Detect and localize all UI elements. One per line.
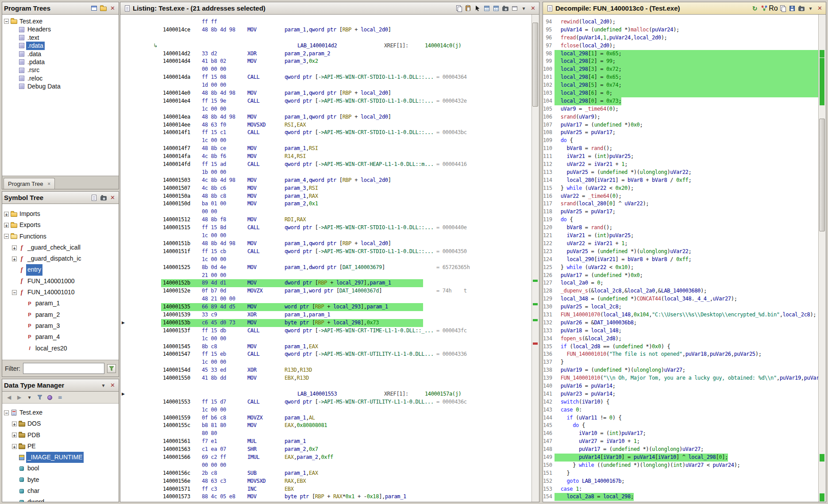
tree-item-text[interactable]: .text — [2, 34, 119, 42]
listing-row[interactable]: 14000155cb8 81 80MOVEAX,0x80808081 — [120, 422, 531, 430]
decompile-line[interactable]: 150 } while ((undefined *)(longlong)(int… — [543, 462, 818, 469]
snapshot-table-icon[interactable] — [482, 4, 491, 12]
expand-toggle-icon[interactable]: + — [12, 245, 17, 250]
listing-row[interactable]: 1c 00 00 — [120, 256, 531, 264]
decompile-line[interactable]: 147 uVar27 = iVar10 + 1; — [543, 438, 818, 446]
tree-item-guard-dispatch-ic[interactable]: +f_guard_dispatch_ic — [2, 253, 119, 264]
tree-item-bool[interactable]: bool — [2, 463, 119, 474]
funnel-icon[interactable] — [35, 393, 44, 402]
decompile-line[interactable]: 109 do { — [543, 137, 818, 145]
purple-dot-icon[interactable] — [46, 393, 54, 402]
decompile-line[interactable]: 115 } while (uVar22 < 0x20); — [543, 185, 818, 192]
tree-item-reloc[interactable]: .reloc — [2, 74, 119, 82]
tree-item-entry[interactable]: fentry — [2, 264, 119, 275]
listing-row[interactable]: LAB_140001553XREF[1]:14000157a(j) — [120, 390, 531, 398]
close-icon[interactable]: ✕ — [108, 381, 117, 389]
listing-row[interactable]: 1d 00 00 — [120, 81, 531, 89]
decompile-line[interactable]: 108 puVar25 = puVar17; — [543, 129, 818, 137]
listing-row[interactable]: 140001553ff 15 d7CALLqword ptr [->API-MS… — [120, 398, 531, 406]
listing-scrollbar[interactable] — [531, 15, 539, 502]
decompile-line[interactable]: 107 puVar17 = (undefined *)0x0; — [543, 121, 818, 129]
decompile-line[interactable]: 113 puVar25 = (undefined *)(ulonglong)uV… — [543, 169, 818, 177]
arrow-left-icon[interactable]: ◀ — [5, 393, 13, 402]
listing-row[interactable]: 00 00 — [120, 208, 531, 216]
decompile-line[interactable]: 124 local_290[iVar21] = bVar8 + bVar8 / … — [543, 256, 818, 264]
decompile-line[interactable]: 144 if (uVar11 != 0) { — [543, 414, 818, 422]
decompile-line[interactable]: 101 local_298[4] = 0x65; — [543, 73, 818, 81]
decompile-line[interactable]: 104 local_298[0] = 0x73; — [543, 97, 818, 105]
decompile-line[interactable]: 118 puVar25 = puVar17; — [543, 208, 818, 216]
tree-item-pe[interactable]: +PE — [2, 441, 119, 452]
listing-row[interactable]: 14000153566 89 4d d5MOVword ptr [RBP + l… — [120, 303, 531, 311]
camera-icon[interactable] — [501, 4, 509, 12]
listing-row[interactable]: 1400014e048 8b 4d 98MOVparam_1,qword ptr… — [120, 89, 531, 97]
decompile-line[interactable]: 111 iVar21 = (int)puVar25; — [543, 153, 818, 161]
decompile-line[interactable]: 134 fopen_s(&local_2d8); — [543, 335, 818, 343]
listing-row[interactable]: 14000151b48 8b 4d 98MOVparam_1,qword ptr… — [120, 240, 531, 248]
decompile-scrollbar[interactable] — [818, 15, 826, 502]
arrow-right-icon[interactable]: ▶ — [15, 393, 23, 402]
listing-row[interactable]: 80 80 — [120, 430, 531, 438]
tree-item-functions[interactable]: −Functions — [2, 231, 119, 242]
decompile-line[interactable]: 119 do { — [543, 216, 818, 224]
listing-row[interactable]: 14000152b89 4d d1MOVdword ptr [RBP + loc… — [120, 279, 531, 287]
listing-row[interactable]: 1400014e4ff 15 9eCALLqword ptr [->API-MS… — [120, 97, 531, 105]
decompile-line[interactable]: 132 puVar26 = &DAT_1400036b8; — [543, 319, 818, 327]
listing-row[interactable]: 1400014ea48 8b 4d 98MOVparam_1,qword ptr… — [120, 113, 531, 121]
listing-row[interactable]: LAB_1400014d2XREF[1]:1400014c0(j) — [120, 42, 531, 50]
listing-row[interactable]: 140001515ff 15 8dCALLqword ptr [->API-MS… — [120, 224, 531, 232]
tree-item-pdb[interactable]: +PDB — [2, 430, 119, 441]
tree-item-param-1[interactable]: Pparam_1 — [2, 298, 119, 309]
decompile-line[interactable]: 146 iVar10 = (int)puVar17; — [543, 430, 818, 438]
graph-icon[interactable] — [760, 4, 768, 12]
tree-item-data[interactable]: .data — [2, 50, 119, 58]
tree-item-headers[interactable]: Headers — [2, 25, 119, 33]
decompile-line[interactable]: 120 bVar8 = rand(); — [543, 224, 818, 232]
listing-row[interactable]: 1c 00 00 — [120, 137, 531, 145]
decompile-line[interactable]: 139 FUN_140001010("\\n Oh, Major Tom, yo… — [543, 374, 818, 382]
listing-row[interactable]: 14000153bc6 45 d0 73MOVbyte ptr [RBP + l… — [120, 319, 531, 327]
scrollbar-thumb[interactable] — [819, 119, 825, 231]
listing-row[interactable]: 1c 00 00 — [120, 335, 531, 343]
tree-item-param-4[interactable]: Pparam_4 — [2, 331, 119, 342]
menu-chevron-icon[interactable]: ▾ — [25, 393, 34, 402]
listing-row[interactable]: 14000153fff 15 dbCALLqword ptr [->API-MS… — [120, 327, 531, 335]
cursor-arrow-icon[interactable] — [473, 4, 481, 12]
decompile-line[interactable]: 151 } — [543, 469, 818, 477]
decompile-line[interactable]: 133 puVar18 = local_148; — [543, 327, 818, 335]
tree-item-rdata[interactable]: .rdata — [2, 42, 119, 50]
decompile-line[interactable]: 138 puVar19 = (undefined *)(ulonglong)uV… — [543, 366, 818, 374]
decompile-line[interactable]: 128 _dupenv_s(&local_2c8,&local_2a0,&LAB… — [543, 287, 818, 295]
tree-item-byte[interactable]: byte — [2, 474, 119, 485]
listing-row[interactable]: 1400015074c 8b c6MOVparam_3,RSI — [120, 185, 531, 192]
listing-row[interactable]: 140001563c1 ea 07SHRparam_2,0x7 — [120, 446, 531, 454]
snapshot-table-icon[interactable] — [492, 4, 500, 12]
decompile-line[interactable]: 129 local_348 = (undefined *)CONCAT44(lo… — [543, 295, 818, 303]
menu-chevron-icon[interactable]: ▾ — [806, 4, 815, 12]
decompile-line[interactable]: 103 local_298[6] = 0; — [543, 89, 818, 97]
close-icon[interactable]: ✕ — [816, 4, 824, 12]
decompile-line[interactable]: 96 fread(puVar14,1,puVar24,local_2d0); — [543, 34, 818, 42]
decompile-line[interactable]: 142 switch(iVar10) { — [543, 398, 818, 406]
ro-label-icon[interactable]: Ro — [769, 4, 778, 12]
expand-toggle-icon[interactable]: + — [12, 433, 17, 438]
listing-row[interactable]: 14000151fff 15 cbCALLqword ptr [->API-MS… — [120, 248, 531, 256]
listing-row[interactable]: 14000155041 8b ddMOVEBX,R13D — [120, 374, 531, 382]
window-view-icon[interactable] — [90, 4, 98, 12]
listing-row[interactable]: 1c 00 00 — [120, 406, 531, 414]
decompile-line[interactable]: 98 local_298[1] = 0x65; — [543, 50, 818, 58]
listing-row[interactable]: 1400014d441 b8 02MOVparam_3,0x2 — [120, 58, 531, 65]
listing-row[interactable]: 1400014ce48 8b 4d 98MOVparam_1,qword ptr… — [120, 26, 531, 34]
decompile-line[interactable]: 100 local_298[3] = 0x72; — [543, 65, 818, 73]
decompile-line[interactable]: 154 local_2a8 = local_298; — [543, 493, 818, 501]
decompile-line[interactable]: 143 case 0: — [543, 406, 818, 414]
collapse-toggle-icon[interactable]: − — [4, 19, 9, 24]
camera-icon[interactable] — [797, 4, 805, 12]
decompile-line[interactable]: 148 puVar17 = (undefined *)(ulonglong)uV… — [543, 446, 818, 454]
decompile-line[interactable]: 117 srand(local_280[0] ^ uVar22); — [543, 200, 818, 208]
listing-row[interactable]: 1400014d233 d2XORparam_2,param_2 — [120, 50, 531, 58]
tree-item-fun-140001010[interactable]: −fFUN_140001010 — [2, 287, 119, 298]
filter-config-button[interactable] — [107, 364, 116, 373]
menu-chevron-icon[interactable]: ▾ — [520, 4, 528, 12]
expand-toggle-icon[interactable]: + — [12, 256, 17, 261]
